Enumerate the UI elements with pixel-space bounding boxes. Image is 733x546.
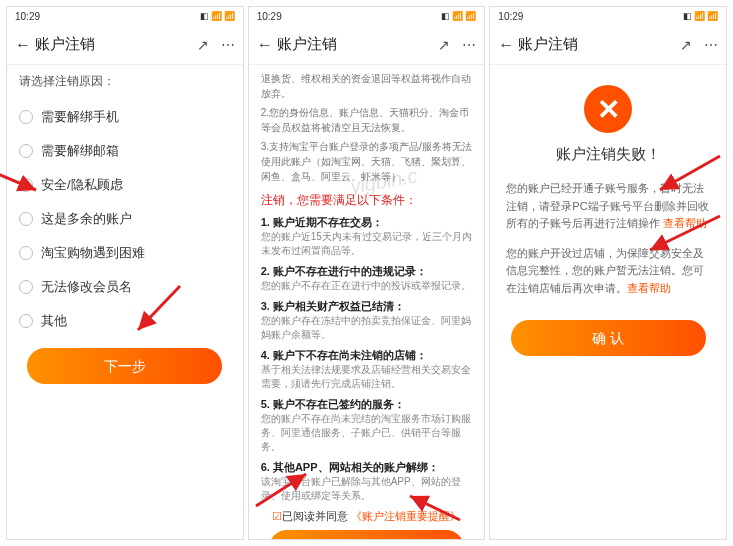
screen-conditions: 10:29 ◧📶📶 ← 账户注销 ↗ ⋯ 退换货、维权相关的资金退回等权益将视作… <box>248 6 486 540</box>
status-bar: 10:29 ◧📶📶 <box>7 7 243 25</box>
condition-desc: 该淘宝平台账户已解除与其他APP、网站的登录、使用或绑定等关系。 <box>261 475 473 503</box>
option-label: 需要解绑手机 <box>41 108 119 126</box>
condition-desc: 基于相关法律法规要求及店铺经营相关交易安全需要，须请先行完成店铺注销。 <box>261 363 473 391</box>
option-label: 淘宝购物遇到困难 <box>41 244 145 262</box>
page-title: 账户注销 <box>35 35 95 54</box>
page-title: 账户注销 <box>518 35 578 54</box>
checkbox-icon[interactable]: ☑ <box>272 510 282 522</box>
reason-option[interactable]: 这是多余的账户 <box>19 202 231 236</box>
content-area: 退换货、维权相关的资金退回等权益将视作自动放弃。 2.您的身份信息、账户信息、天… <box>249 65 485 539</box>
share-icon[interactable]: ↗ <box>680 37 692 53</box>
next-button[interactable]: 下一步 <box>27 348 222 384</box>
condition-item: 1. 账户近期不存在交易：您的账户近15天内未有过交易记录，近三个月内未发布过闲… <box>261 215 473 258</box>
status-time: 10:29 <box>15 11 40 22</box>
status-bar: 10:29 ◧📶📶 <box>490 7 726 25</box>
help-link[interactable]: 查看帮助 <box>663 217 707 229</box>
condition-desc: 您的账户不存在尚未完结的淘宝服务市场订购服务、阿里通信服务、子账户已、供销平台等… <box>261 412 473 454</box>
radio-icon <box>19 280 33 294</box>
fail-message: 您的账户已经开通子账号服务，暂时无法注销，请登录PC端子账号平台删除并回收所有的… <box>502 180 714 233</box>
condition-desc: 您的账户存在冻结中的拍卖竞拍保证金、阿里妈妈账户余额等。 <box>261 314 473 342</box>
agree-text: 已阅读并同意 <box>282 510 348 522</box>
conditions-title: 注销，您需要满足以下条件： <box>261 192 473 209</box>
reason-option[interactable]: 其他 <box>19 304 231 338</box>
reason-option[interactable]: 安全/隐私顾虑 <box>19 168 231 202</box>
reason-option[interactable]: 无法修改会员名 <box>19 270 231 304</box>
fail-text: 您的账户开设过店铺，为保障交易安全及信息完整性，您的账户暂无法注销。您可在注销店… <box>506 247 704 294</box>
help-link[interactable]: 查看帮助 <box>627 282 671 294</box>
preface-text: 3.支持淘宝平台账户登录的多项产品/服务将无法使用此账户（如淘宝网、天猫、飞猪、… <box>261 139 473 184</box>
fail-title: 账户注销失败！ <box>556 145 661 164</box>
confirm-button[interactable]: 确 认 <box>511 320 706 356</box>
radio-icon <box>19 110 33 124</box>
page-header: ← 账户注销 ↗ ⋯ <box>7 25 243 65</box>
condition-item: 4. 账户下不存在尚未注销的店铺：基于相关法律法规要求及店铺经营相关交易安全需要… <box>261 348 473 391</box>
reason-option[interactable]: 需要解绑邮箱 <box>19 134 231 168</box>
agree-link[interactable]: 《账户注销重要提醒》 <box>351 510 461 522</box>
status-bar: 10:29 ◧📶📶 <box>249 7 485 25</box>
option-label: 这是多余的账户 <box>41 210 132 228</box>
error-icon: ✕ <box>584 85 632 133</box>
condition-item: 5. 账户不存在已签约的服务：您的账户不存在尚未完结的淘宝服务市场订购服务、阿里… <box>261 397 473 454</box>
status-icons: ◧📶📶 <box>200 11 235 21</box>
radio-icon <box>19 212 33 226</box>
condition-item: 3. 账户相关财产权益已结清：您的账户存在冻结中的拍卖竞拍保证金、阿里妈妈账户余… <box>261 299 473 342</box>
option-label: 需要解绑邮箱 <box>41 142 119 160</box>
condition-title: 6. 其他APP、网站相关的账户解绑： <box>261 460 473 475</box>
condition-title: 2. 账户不存在进行中的违规记录： <box>261 264 473 279</box>
share-icon[interactable]: ↗ <box>197 37 209 53</box>
condition-desc: 您的账户不存在正在进行中的投诉或举报记录。 <box>261 279 473 293</box>
condition-title: 4. 账户下不存在尚未注销的店铺： <box>261 348 473 363</box>
radio-icon <box>19 178 33 192</box>
more-icon[interactable]: ⋯ <box>462 37 476 53</box>
page-title: 账户注销 <box>277 35 337 54</box>
preface-text: 2.您的身份信息、账户信息、天猫积分、淘金币等会员权益将被清空且无法恢复。 <box>261 105 473 135</box>
back-icon[interactable]: ← <box>498 36 514 54</box>
option-label: 其他 <box>41 312 67 330</box>
content-area: ✕ 账户注销失败！ 您的账户已经开通子账号服务，暂时无法注销，请登录PC端子账号… <box>490 65 726 539</box>
reason-option[interactable]: 需要解绑手机 <box>19 100 231 134</box>
status-time: 10:29 <box>257 11 282 22</box>
more-icon[interactable]: ⋯ <box>704 37 718 53</box>
status-icons: ◧📶📶 <box>441 11 476 21</box>
radio-icon <box>19 246 33 260</box>
fail-message: 您的账户开设过店铺，为保障交易安全及信息完整性，您的账户暂无法注销。您可在注销店… <box>502 245 714 298</box>
radio-icon <box>19 144 33 158</box>
option-label: 安全/隐私顾虑 <box>41 176 123 194</box>
back-icon[interactable]: ← <box>15 36 31 54</box>
page-header: ← 账户注销 ↗ ⋯ <box>249 25 485 65</box>
more-icon[interactable]: ⋯ <box>221 37 235 53</box>
condition-title: 1. 账户近期不存在交易： <box>261 215 473 230</box>
reason-option[interactable]: 淘宝购物遇到困难 <box>19 236 231 270</box>
share-icon[interactable]: ↗ <box>438 37 450 53</box>
status-icons: ◧📶📶 <box>683 11 718 21</box>
page-header: ← 账户注销 ↗ ⋯ <box>490 25 726 65</box>
condition-desc: 您的账户近15天内未有过交易记录，近三个月内未发布过闲置商品等。 <box>261 230 473 258</box>
back-icon[interactable]: ← <box>257 36 273 54</box>
option-label: 无法修改会员名 <box>41 278 132 296</box>
condition-title: 5. 账户不存在已签约的服务： <box>261 397 473 412</box>
screen-select-reason: 10:29 ◧📶📶 ← 账户注销 ↗ ⋯ 请选择注销原因： 需要解绑手机 需要解… <box>6 6 244 540</box>
radio-icon <box>19 314 33 328</box>
preface-text: 退换货、维权相关的资金退回等权益将视作自动放弃。 <box>261 71 473 101</box>
condition-title: 3. 账户相关财产权益已结清： <box>261 299 473 314</box>
reason-prompt: 请选择注销原因： <box>19 73 231 90</box>
content-area: 请选择注销原因： 需要解绑手机 需要解绑邮箱 安全/隐私顾虑 这是多余的账户 淘… <box>7 65 243 539</box>
status-time: 10:29 <box>498 11 523 22</box>
agree-cancel-button[interactable]: 同意注销 <box>269 530 464 539</box>
agree-row[interactable]: ☑已阅读并同意 《账户注销重要提醒》 <box>261 509 473 524</box>
screen-fail: 10:29 ◧📶📶 ← 账户注销 ↗ ⋯ ✕ 账户注销失败！ 您的账户已经开通子… <box>489 6 727 540</box>
condition-item: 6. 其他APP、网站相关的账户解绑：该淘宝平台账户已解除与其他APP、网站的登… <box>261 460 473 503</box>
condition-item: 2. 账户不存在进行中的违规记录：您的账户不存在正在进行中的投诉或举报记录。 <box>261 264 473 293</box>
